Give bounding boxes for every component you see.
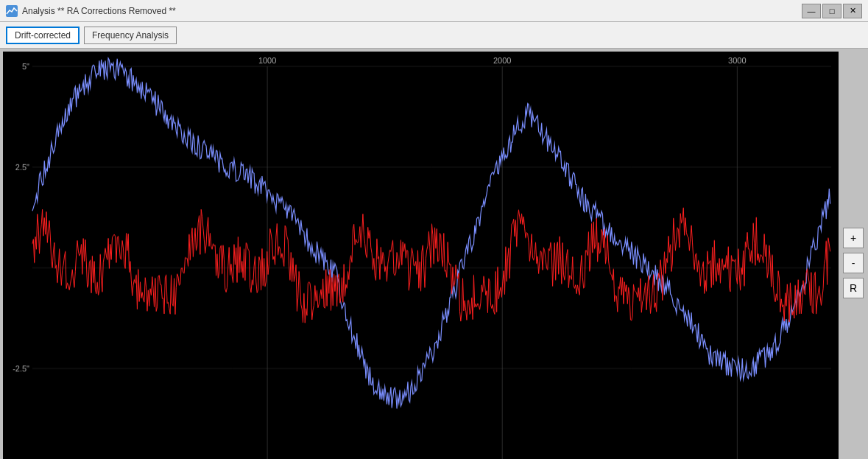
maximize-button[interactable]: □ [822,4,841,18]
window-title: Analysis ** RA Corrections Removed ** [22,6,176,16]
zoom-in-button[interactable]: + [843,228,864,248]
toolbar: Drift-corrected Frequency Analysis [0,22,868,49]
chart-canvas-container [3,52,839,459]
app-icon [6,5,18,17]
close-button[interactable]: ✕ [843,4,862,18]
drift-corrected-button[interactable]: Drift-corrected [6,27,80,44]
frequency-analysis-button[interactable]: Frequency Analysis [84,27,177,44]
chart-area: + - R [0,49,868,459]
zoom-out-button[interactable]: - [843,253,864,273]
window-controls: — □ ✕ [802,4,862,18]
main-chart-canvas[interactable] [3,52,839,459]
minimize-button[interactable]: — [802,4,821,18]
reset-button[interactable]: R [843,278,864,298]
title-bar: Analysis ** RA Corrections Removed ** — … [0,0,868,22]
side-buttons-panel: + - R [839,49,868,459]
